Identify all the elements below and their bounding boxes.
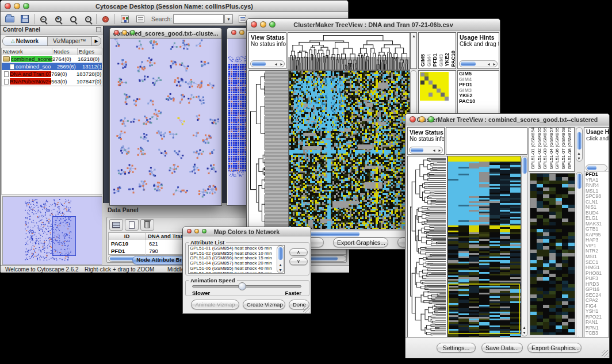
zoom-button[interactable] — [23, 3, 29, 9]
minimize-button[interactable] — [14, 3, 20, 9]
close-button[interactable] — [187, 229, 192, 233]
column-label[interactable]: GIM3 — [438, 54, 445, 67]
column-label[interactable]: GPL51-01 (GSM854) — [530, 127, 537, 170]
column-label[interactable]: GIM4 — [426, 54, 433, 67]
main-window-titlebar[interactable]: Cytoscape Desktop (Session Name: collins… — [1, 1, 348, 12]
col-network[interactable]: Network — [2, 48, 52, 55]
column-label[interactable]: GPL51-08 (GSM872) — [567, 127, 573, 170]
attribute-list-scrollbar[interactable]: ▴ ▾ — [277, 246, 284, 273]
row-dendrogram-canvas[interactable] — [407, 156, 447, 338]
scroll-strip[interactable]: ▴ — [410, 32, 417, 69]
new-attribute-button[interactable] — [125, 219, 139, 231]
dialog-titlebar[interactable]: Map Colors to Network — [183, 227, 311, 236]
animation-speed-slider[interactable] — [192, 285, 301, 288]
treeview-button[interactable]: Export Graphics... — [333, 237, 388, 247]
heatmap-canvas[interactable] — [289, 70, 410, 229]
close-button[interactable] — [114, 30, 119, 35]
network-view-titlebar[interactable]: combined_scores_good.txt--cluste... — [110, 28, 221, 39]
minimize-button[interactable] — [239, 30, 244, 35]
zoom-button[interactable] — [130, 30, 135, 35]
close-button[interactable] — [410, 116, 416, 122]
help-button[interactable] — [98, 13, 112, 25]
network-table-row[interactable]: combined_scores 2764(0) 16218(0) — [2, 55, 102, 63]
cluster-heatmap-canvas[interactable] — [530, 173, 575, 335]
scroll-down-icon[interactable]: ▾ — [278, 268, 283, 273]
open-session-button[interactable] — [3, 13, 17, 25]
scrollbar-thumb[interactable] — [577, 174, 582, 189]
gene-label[interactable]: PAC10 — [459, 99, 499, 105]
column-label[interactable]: PAC10 — [450, 51, 457, 67]
scrollbar-thumb[interactable] — [461, 62, 476, 66]
scroll-left-icon[interactable]: ◂ — [431, 148, 437, 153]
column-dendrogram-canvas[interactable] — [288, 32, 410, 70]
scroll-up-icon[interactable]: ▴ — [411, 34, 416, 39]
scroll-up-icon[interactable]: ▴ — [278, 263, 283, 267]
network-table-row[interactable]: DNA and Tran 07 769(0) 183728(0) — [2, 70, 102, 78]
zoom-button[interactable] — [202, 229, 206, 233]
view-status-scrollbar[interactable]: ◂ ▸ — [250, 60, 285, 67]
close-button[interactable] — [251, 21, 257, 28]
column-label[interactable]: GPL51-03 (GSM856) — [542, 127, 549, 170]
scroll-right-icon[interactable]: ▸ — [279, 62, 284, 67]
zoom-out-button[interactable]: − — [36, 13, 50, 25]
treeview1-titlebar[interactable]: ClusterMaker TreeView : DNA and Tran 07-… — [247, 19, 500, 30]
tab-network[interactable]: ∴Network — [3, 37, 48, 45]
col-id[interactable]: ID — [109, 233, 146, 240]
scroll-left-icon[interactable]: ◂ — [486, 62, 491, 67]
treeview-button[interactable]: Settings... — [437, 343, 476, 352]
snapshot-button[interactable] — [118, 13, 132, 25]
row-dendrogram-canvas[interactable] — [248, 70, 289, 229]
tab-overflow-button[interactable]: ▶ — [92, 37, 101, 45]
minimize-button[interactable] — [260, 21, 266, 28]
search-dropdown-button[interactable]: ▼ — [224, 14, 233, 24]
column-dendrogram-space[interactable] — [446, 127, 527, 155]
usage-hints-scrollbar[interactable]: ◂ ▸ — [459, 60, 498, 67]
search-input[interactable] — [173, 14, 224, 24]
scrollbar-thumb[interactable] — [577, 132, 582, 150]
minimize-button[interactable] — [122, 30, 127, 35]
network-table-row[interactable]: combined_sco 2569(6) 13112(15) — [2, 63, 102, 70]
column-label[interactable]: PFD1 — [432, 53, 438, 67]
zoom-button[interactable] — [428, 116, 434, 122]
attribute-item[interactable]: GPL51-07 (GSM868) heat shock 60 min — [190, 271, 283, 274]
scrollbar-thumb[interactable] — [587, 166, 596, 170]
scrollbar-thumb[interactable] — [278, 247, 283, 260]
network-table-row[interactable]: RNAPuberNov2+| 563(0) 107847(0) — [2, 78, 102, 85]
zoom-fit-button[interactable] — [66, 13, 80, 25]
scroll-left-icon[interactable]: ◂ — [273, 62, 278, 67]
zoom-in-button[interactable]: + — [51, 13, 65, 25]
column-label[interactable]: GPL51-02 (GSM855) — [537, 127, 543, 170]
column-label[interactable]: GPL51-07 (GSM868) — [561, 127, 567, 170]
float-panel-icon[interactable] — [96, 27, 101, 32]
scrollbar-thumb[interactable] — [252, 62, 266, 66]
close-button[interactable] — [5, 3, 11, 9]
annotation-button[interactable] — [133, 13, 147, 25]
view-status-scrollbar[interactable]: ◂ ▸ — [409, 147, 443, 154]
heatmap-v-scrollbar[interactable]: ▴ ▾ — [521, 156, 528, 336]
minimize-button[interactable] — [419, 116, 425, 122]
zoom-button[interactable] — [269, 21, 276, 28]
animation-speed-slider-thumb[interactable] — [238, 282, 246, 290]
col-edges[interactable]: Edges — [78, 48, 102, 55]
zoom-selected-button[interactable]: ▫ — [81, 13, 95, 25]
minimize-button[interactable] — [194, 229, 199, 233]
move-up-button[interactable]: ∧ — [289, 248, 308, 256]
tab-vizmapper[interactable]: VizMapper™ — [48, 37, 93, 45]
treeview-button[interactable]: Save Data... — [481, 343, 523, 352]
create-vizmap-button[interactable]: Create Vizmap — [243, 300, 285, 309]
scroll-up-icon[interactable]: ▴ — [576, 151, 582, 156]
delete-attribute-button[interactable] — [140, 219, 154, 231]
network-view-canvas[interactable] — [110, 39, 221, 205]
resize-grip[interactable] — [602, 350, 609, 357]
scrollbar-thumb[interactable] — [522, 158, 527, 174]
attribute-table-button[interactable] — [109, 219, 123, 231]
network-overview-thumbnail[interactable] — [2, 196, 102, 265]
treeview-button[interactable]: Export Graphics... — [527, 343, 582, 352]
move-down-button[interactable]: ∨ — [289, 258, 308, 265]
col-nodes[interactable]: Nodes — [52, 48, 78, 55]
column-label[interactable]: YKE2 — [444, 53, 450, 67]
scrollbar-thumb[interactable] — [411, 148, 423, 152]
heatmap-canvas[interactable] — [447, 156, 521, 338]
labels-v-scrollbar[interactable]: ▴ ▾ — [576, 127, 583, 162]
scroll-down-icon[interactable]: ▾ — [522, 331, 527, 335]
